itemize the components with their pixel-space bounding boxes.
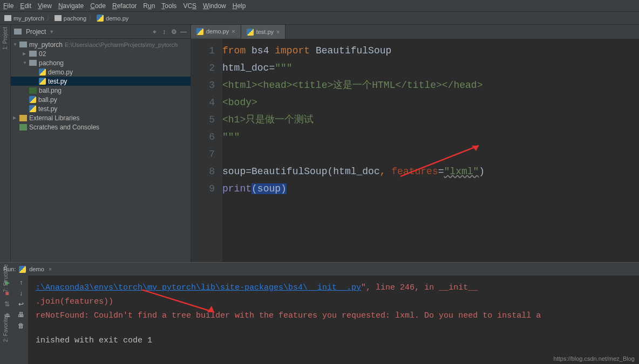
tree-scratches[interactable]: Scratches and Consoles bbox=[11, 122, 191, 132]
project-tree: ▼my_pytorchE:\Users\aoc\PycharmProjects\… bbox=[11, 39, 191, 133]
run-body: ▶ ■ ⇅ ⏏ ↑ ↓ ↩ 🖶 🗑 :\Anaconda3\envs\torch… bbox=[0, 276, 639, 364]
menu-file[interactable]: FFileile bbox=[3, 2, 13, 10]
menu-help[interactable]: Help bbox=[233, 2, 246, 10]
breadcrumb-file[interactable]: demo.py bbox=[106, 15, 128, 22]
tab-label: demo.py bbox=[206, 28, 229, 35]
folder-icon bbox=[14, 29, 22, 35]
output-line: inished with exit code 1 bbox=[36, 334, 631, 348]
folder-icon bbox=[4, 15, 11, 21]
python-icon bbox=[97, 15, 104, 22]
menu-window[interactable]: Window bbox=[203, 2, 226, 10]
tree-file-selected[interactable]: test.py bbox=[11, 77, 191, 86]
code-editor[interactable]: 123 456 789 from bs4 import BeautifulSou… bbox=[191, 39, 639, 262]
breadcrumb-folder[interactable]: pachong bbox=[64, 15, 86, 22]
python-icon bbox=[196, 28, 203, 35]
sidetab-project[interactable]: 1: Project bbox=[2, 27, 8, 50]
run-panel: Run: demo × ▶ ■ ⇅ ⏏ ↑ ↓ ↩ 🖶 🗑 :\Anaconda… bbox=[0, 262, 639, 364]
tree-folder[interactable]: ▼pachong bbox=[11, 58, 191, 67]
menu-edit[interactable]: Edit bbox=[20, 2, 31, 10]
panel-title[interactable]: Project bbox=[26, 28, 46, 36]
close-icon[interactable]: × bbox=[232, 28, 235, 35]
main-area: 1: Project Project ▼ ⌖ ↕ ⚙ — ▼my_pytorch… bbox=[0, 25, 639, 262]
menu-bar: FFileile Edit View Navigate Code Refacto… bbox=[0, 0, 639, 12]
output-line: reNotFound: Couldn't find a tree builder… bbox=[36, 309, 631, 323]
tree-external-lib[interactable]: ▶External Libraries bbox=[11, 113, 191, 122]
python-icon bbox=[19, 266, 26, 273]
watermark: https://blog.csdn.net/mez_Blog bbox=[554, 355, 635, 362]
menu-tools[interactable]: Tools bbox=[161, 2, 176, 10]
chevron-right-icon: 〉 bbox=[46, 14, 52, 22]
editor-tabs: demo.py× test.py× bbox=[191, 25, 639, 39]
menu-vcs[interactable]: VCS bbox=[183, 2, 196, 10]
left-toolbar: 1: Project bbox=[0, 25, 11, 262]
line-gutter: 123 456 789 bbox=[191, 39, 222, 262]
tree-root[interactable]: ▼my_pytorchE:\Users\aoc\PycharmProjects\… bbox=[11, 40, 191, 49]
output-line: .join(features)) bbox=[36, 295, 631, 309]
library-icon bbox=[19, 115, 27, 121]
tab-test[interactable]: test.py× bbox=[241, 25, 286, 39]
target-icon[interactable]: ⌖ bbox=[151, 28, 158, 36]
print-icon[interactable]: 🖶 bbox=[18, 311, 24, 319]
menu-view[interactable]: View bbox=[38, 2, 52, 10]
project-panel: Project ▼ ⌖ ↕ ⚙ — ▼my_pytorchE:\Users\ao… bbox=[11, 25, 191, 262]
file-link[interactable]: :\Anaconda3\envs\torch\my_pytorch\lib\si… bbox=[36, 283, 361, 292]
image-icon bbox=[29, 87, 37, 94]
menu-refactor[interactable]: Refactor bbox=[112, 2, 137, 10]
up-icon[interactable]: ↑ bbox=[19, 279, 23, 286]
tree-file[interactable]: ball.png bbox=[11, 86, 191, 95]
project-panel-header: Project ▼ ⌖ ↕ ⚙ — bbox=[11, 25, 191, 39]
code-content[interactable]: from bs4 import BeautifulSoup html_doc="… bbox=[222, 39, 639, 262]
trash-icon[interactable]: 🗑 bbox=[18, 322, 24, 329]
tree-file[interactable]: test.py bbox=[11, 104, 191, 113]
folder-icon bbox=[55, 15, 62, 21]
run-config-name[interactable]: demo bbox=[29, 266, 44, 272]
sidetab-structure[interactable]: 7: Structure bbox=[3, 264, 9, 292]
tab-demo[interactable]: demo.py× bbox=[191, 25, 241, 39]
menu-navigate[interactable]: Navigate bbox=[58, 2, 84, 10]
editor-area: demo.py× test.py× 123 456 789 from bs4 i… bbox=[191, 25, 639, 262]
collapse-icon[interactable]: ↕ bbox=[160, 28, 168, 36]
python-icon bbox=[247, 29, 254, 36]
close-icon[interactable]: × bbox=[276, 29, 280, 35]
wrap-icon[interactable]: ↩ bbox=[18, 300, 24, 308]
tab-label: test.py bbox=[256, 29, 274, 35]
menu-code[interactable]: Code bbox=[90, 2, 106, 10]
run-toolbar-2: ↑ ↓ ↩ 🖶 🗑 bbox=[14, 276, 28, 364]
tree-file[interactable]: demo.py bbox=[11, 67, 191, 77]
scratch-icon bbox=[19, 124, 27, 131]
run-output[interactable]: :\Anaconda3\envs\torch\my_pytorch\lib\si… bbox=[28, 276, 639, 364]
down-icon[interactable]: ↓ bbox=[19, 290, 23, 297]
tree-file[interactable]: ball.py bbox=[11, 95, 191, 104]
menu-run[interactable]: Run bbox=[143, 2, 155, 10]
chevron-right-icon: 〉 bbox=[89, 14, 94, 22]
run-header: Run: demo × bbox=[0, 263, 639, 276]
output-line: :\Anaconda3\envs\torch\my_pytorch\lib\si… bbox=[36, 281, 631, 295]
hide-icon[interactable]: — bbox=[180, 28, 187, 36]
tree-folder[interactable]: ▶02 bbox=[11, 49, 191, 58]
breadcrumb: my_pytorch 〉 pachong 〉 demo.py bbox=[0, 12, 639, 25]
breadcrumb-root[interactable]: my_pytorch bbox=[13, 15, 44, 22]
dropdown-icon[interactable]: ▼ bbox=[49, 29, 54, 35]
left-toolbar-lower: 7: Structure 2: Favorites bbox=[0, 264, 11, 342]
sidetab-favorites[interactable]: 2: Favorites bbox=[3, 314, 9, 342]
gear-icon[interactable]: ⚙ bbox=[170, 28, 178, 36]
close-icon[interactable]: × bbox=[49, 266, 52, 272]
